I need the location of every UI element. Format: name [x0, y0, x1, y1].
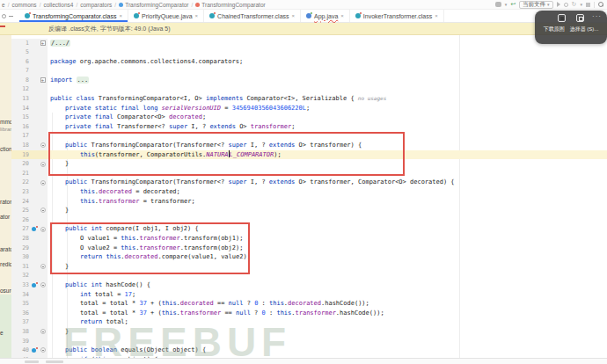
statusbar-item[interactable] — [25, 360, 39, 363]
stop-button[interactable] — [586, 3, 590, 7]
project-tree-fragment[interactable]: ctions4 — [0, 146, 11, 152]
fold-collapse-icon[interactable] — [40, 180, 46, 186]
code-line[interactable]: 40public boolean equals(Object object) { — [11, 346, 607, 355]
fold-collapse-icon[interactable] — [40, 282, 46, 288]
code-line[interactable]: 28O value1 = this.transformer.transform(… — [11, 234, 607, 244]
gutter-icon-slot — [29, 94, 38, 104]
tab-PriorityQueue.java[interactable]: PriorityQueue.java× — [128, 10, 204, 22]
fold-collapse-icon[interactable] — [40, 142, 46, 148]
more-icon[interactable]: ··· — [592, 12, 602, 20]
code-line[interactable]: 23this.decorated = decorated; — [11, 187, 607, 197]
project-tree-fragment[interactable]: arator — [0, 246, 11, 252]
code-line[interactable]: 22public TransformingComparator(Transfor… — [11, 178, 607, 187]
code-line[interactable]: 29O value2 = this.transformer.transform(… — [11, 244, 607, 253]
close-icon[interactable]: × — [340, 13, 344, 18]
project-tree-fragment[interactable]: osure — [0, 288, 11, 294]
code-line[interactable]: 17 — [11, 131, 607, 141]
fullscreen-icon[interactable] — [558, 14, 566, 22]
code-line[interactable]: 12 — [11, 84, 607, 94]
code-line[interactable]: 24this.transformer = transformer; — [11, 197, 607, 207]
project-tree-fragment[interactable]: mmons — [0, 119, 11, 125]
project-tree-fragment[interactable]: library — [0, 127, 11, 132]
override-method-icon[interactable] — [32, 283, 36, 288]
code-line[interactable]: 31} — [11, 262, 607, 272]
project-tree-fragment[interactable]: rator — [0, 199, 11, 205]
code-line[interactable]: 14private static final long serialVersio… — [11, 104, 607, 113]
breadcrumb-item[interactable]: TransformingComparator — [119, 2, 188, 8]
fold-collapse-icon[interactable] — [40, 329, 46, 334]
statusbar-item[interactable] — [46, 360, 63, 363]
code-line[interactable]: 5 — [11, 47, 607, 57]
fold-slot — [38, 309, 48, 318]
code-line[interactable]: 1+/.../ — [11, 39, 607, 48]
tab-ChainedTransformer.class[interactable]: ChainedTransformer.class× — [204, 10, 301, 22]
fold-collapse-icon[interactable] — [40, 264, 46, 269]
code-line[interactable]: 27public int compare(I obj1, I obj2) { — [11, 224, 607, 234]
code-line[interactable]: 33public int hashCode() { — [11, 280, 607, 290]
override-method-icon[interactable] — [32, 348, 36, 353]
chevron-down-icon[interactable]: ▾ — [505, 2, 508, 7]
breadcrumb-item[interactable]: e — [2, 2, 5, 8]
overlay-label-left[interactable]: 下载原图 — [544, 25, 565, 33]
hide-panel-icon[interactable] — [9, 16, 13, 17]
close-icon[interactable]: × — [195, 13, 199, 18]
breadcrumb-item[interactable]: commons — [11, 2, 36, 8]
code-line[interactable]: 34int total = 17; — [11, 290, 607, 300]
gear-icon[interactable] — [2, 14, 6, 18]
gutter: 21 — [11, 169, 48, 178]
code-line[interactable]: 18public TransformingComparator(Transfor… — [11, 141, 607, 150]
fold-collapse-icon[interactable] — [40, 162, 46, 167]
code-line[interactable]: 26 — [11, 215, 607, 225]
tab-InvokerTransformer.class[interactable]: InvokerTransformer.class× — [350, 10, 444, 22]
overlay-label-right[interactable]: 选择器 (S)... — [570, 25, 599, 33]
code-line[interactable]: 19this(transformer, ComparatorUtils.NATU… — [11, 150, 607, 160]
debug-button[interactable] — [564, 3, 568, 7]
breadcrumb-item[interactable]: TransformingComparator — [195, 2, 265, 8]
code-line[interactable]: 15private final Comparator<O> decorated; — [11, 113, 607, 122]
fold-expand-icon[interactable]: + — [40, 40, 46, 46]
fold-collapse-icon[interactable] — [40, 227, 46, 232]
gradle-icon[interactable] — [495, 2, 501, 7]
fold-expand-icon[interactable]: + — [40, 77, 46, 83]
close-icon[interactable]: × — [435, 13, 438, 18]
tab-TransformingComparator.class[interactable]: TransformingComparator.class× — [19, 10, 128, 22]
breadcrumb-item[interactable]: collections4 — [43, 2, 73, 8]
code-line[interactable]: 39 — [11, 337, 607, 346]
code-line[interactable]: 36total = total * 37 + (this.transformer… — [11, 309, 607, 318]
coverage-button[interactable]: ↻ — [572, 2, 577, 7]
fold-collapse-icon[interactable] — [40, 347, 46, 353]
search-icon[interactable] — [598, 2, 603, 7]
close-icon[interactable]: × — [292, 13, 296, 18]
code-line[interactable]: 32 — [11, 271, 607, 280]
chevron-down-icon[interactable]: ▾ — [580, 2, 582, 7]
code-line[interactable]: 37return total; — [11, 317, 607, 327]
sync-arrow-icon[interactable]: ↩ — [510, 2, 516, 7]
code-line[interactable]: 25} — [11, 206, 607, 215]
code-line[interactable]: 6package org.apache.commons.collections4… — [11, 57, 607, 67]
project-tree-fragment[interactable]: redicat — [0, 261, 11, 267]
project-tree-fragment[interactable]: ator — [0, 214, 10, 220]
tab-App.java[interactable]: App.java× — [301, 10, 350, 22]
code-line[interactable]: 20} — [11, 159, 607, 169]
run-button[interactable] — [557, 2, 560, 7]
code-line[interactable]: 8+import ... — [11, 76, 607, 85]
code-line[interactable]: 35total = total * 37 + (this.decorated =… — [11, 299, 607, 309]
gutter-icon-slot — [29, 66, 38, 76]
code-line[interactable]: 21 — [11, 169, 607, 178]
fold-collapse-icon[interactable] — [40, 207, 46, 213]
override-method-icon[interactable] — [32, 227, 36, 231]
code-line[interactable]: 16private final Transformer<? super I, ?… — [11, 122, 607, 132]
code-line[interactable]: 7 — [11, 66, 607, 76]
gutter: 34 — [11, 290, 48, 300]
project-tree-fragment[interactable]: e — [0, 330, 4, 336]
project-panel-strip[interactable]: mmonslibraryctions4ratoratoraratorredica… — [0, 35, 11, 358]
close-icon[interactable]: × — [119, 13, 122, 18]
scan-icon[interactable] — [576, 14, 584, 22]
code-editor[interactable]: 1+/.../56package org.apache.commons.coll… — [11, 35, 607, 358]
gutter: 40 — [11, 346, 48, 355]
run-configuration-select[interactable]: 当前文件 ▾ — [519, 1, 553, 9]
code-line[interactable]: 38} — [11, 327, 607, 337]
breadcrumb-item[interactable]: comparators — [80, 2, 112, 8]
code-line[interactable]: 13public class TransformingComparator<I,… — [11, 94, 607, 104]
code-line[interactable]: 30return this.decorated.compare(value1, … — [11, 252, 607, 262]
